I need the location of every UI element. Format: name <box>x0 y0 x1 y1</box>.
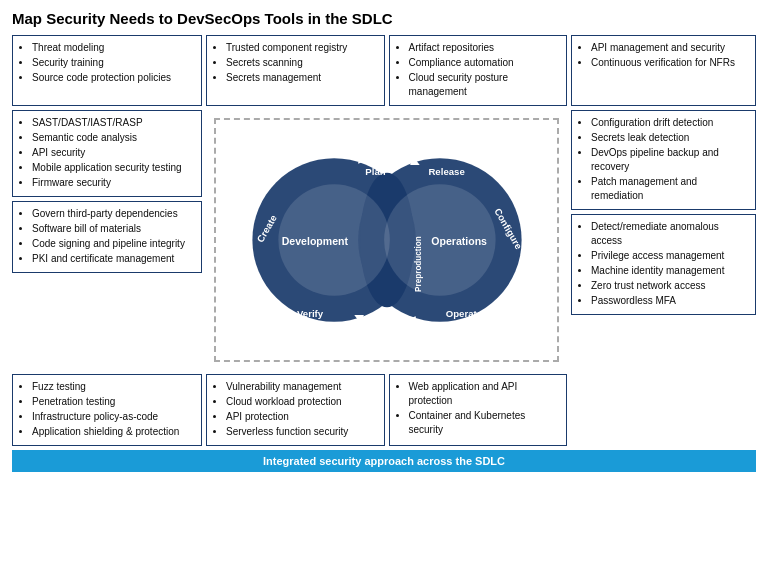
bottom-center-right-list: Web application and API protection Conta… <box>397 380 560 437</box>
list-item: Serverless function security <box>226 425 377 439</box>
list-item: Software bill of materials <box>32 222 194 236</box>
list-item: Govern third-party dependencies <box>32 207 194 221</box>
list-item: Web application and API protection <box>409 380 560 408</box>
list-item: Artifact repositories <box>409 41 560 55</box>
list-item: Cloud security posture management <box>409 71 560 99</box>
list-item: Mobile application security testing <box>32 161 194 175</box>
list-item: Cloud workload protection <box>226 395 377 409</box>
footer-bar: Integrated security approach across the … <box>12 450 756 472</box>
list-item: Trusted component registry <box>226 41 377 55</box>
list-item: Code signing and pipeline integrity <box>32 237 194 251</box>
top-left-list: Threat modeling Security training Source… <box>20 41 194 85</box>
list-item: Infrastructure policy-as-code <box>32 410 194 424</box>
infinity-diagram: Development Operations Preproduction Pla… <box>232 115 542 365</box>
list-item: Configuration drift detection <box>591 116 748 130</box>
list-item: Penetration testing <box>32 395 194 409</box>
bottom-left-list: Fuzz testing Penetration testing Infrast… <box>20 380 194 439</box>
svg-text:Preproduction: Preproduction <box>413 236 422 292</box>
top-center-left-box: Trusted component registry Secrets scann… <box>206 35 385 106</box>
bottom-left-box: Fuzz testing Penetration testing Infrast… <box>12 374 202 446</box>
middle-right: Configuration drift detection Secrets le… <box>571 110 756 370</box>
list-item: Patch management and remediation <box>591 175 748 203</box>
svg-text:Development: Development <box>281 235 348 247</box>
list-item: Compliance automation <box>409 56 560 70</box>
list-item: API protection <box>226 410 377 424</box>
list-item: Secrets management <box>226 71 377 85</box>
grid-layout: Threat modeling Security training Source… <box>12 35 756 446</box>
mid-right-bottom-list: Detect/remediate anomalous access Privil… <box>579 220 748 308</box>
top-right-list: API management and security Continuous v… <box>579 41 748 70</box>
svg-text:Operate: Operate <box>445 308 482 319</box>
list-item: Container and Kubernetes security <box>409 409 560 437</box>
bottom-center-left-box: Vulnerability management Cloud workload … <box>206 374 385 446</box>
list-item: Secrets leak detection <box>591 131 748 145</box>
mid-left-top-list: SAST/DAST/IAST/RASP Semantic code analys… <box>20 116 194 190</box>
footer-text: Integrated security approach across the … <box>263 455 505 467</box>
main-container: Map Security Needs to DevSecOps Tools in… <box>0 0 768 480</box>
list-item: Secrets scanning <box>226 56 377 70</box>
bottom-center: Vulnerability management Cloud workload … <box>206 374 567 446</box>
svg-text:Verify: Verify <box>296 308 323 319</box>
list-item: Source code protection policies <box>32 71 194 85</box>
svg-text:Plan: Plan <box>365 166 385 177</box>
list-item: Security training <box>32 56 194 70</box>
list-item: Vulnerability management <box>226 380 377 394</box>
middle-left: SAST/DAST/IAST/RASP Semantic code analys… <box>12 110 202 370</box>
bottom-center-left-list: Vulnerability management Cloud workload … <box>214 380 377 439</box>
list-item: Privilege access management <box>591 249 748 263</box>
list-item: Threat modeling <box>32 41 194 55</box>
list-item: PKI and certificate management <box>32 252 194 266</box>
mid-right-bottom-box: Detect/remediate anomalous access Privil… <box>571 214 756 315</box>
list-item: Firmware security <box>32 176 194 190</box>
list-item: SAST/DAST/IAST/RASP <box>32 116 194 130</box>
list-item: Passwordless MFA <box>591 294 748 308</box>
list-item: Semantic code analysis <box>32 131 194 145</box>
list-item: DevOps pipeline backup and recovery <box>591 146 748 174</box>
mid-right-top-list: Configuration drift detection Secrets le… <box>579 116 748 203</box>
list-item: Fuzz testing <box>32 380 194 394</box>
top-center-right-list: Artifact repositories Compliance automat… <box>397 41 560 99</box>
list-item: Machine identity management <box>591 264 748 278</box>
top-center-right-box: Artifact repositories Compliance automat… <box>389 35 568 106</box>
bottom-right-spacer <box>571 374 756 446</box>
page-title: Map Security Needs to DevSecOps Tools in… <box>12 10 756 27</box>
list-item: Application shielding & protection <box>32 425 194 439</box>
diagram-area: Development Operations Preproduction Pla… <box>206 110 567 370</box>
bottom-center-right-box: Web application and API protection Conta… <box>389 374 568 446</box>
mid-right-top-box: Configuration drift detection Secrets le… <box>571 110 756 210</box>
top-center-left-list: Trusted component registry Secrets scann… <box>214 41 377 85</box>
list-item: API security <box>32 146 194 160</box>
list-item: Continuous verification for NFRs <box>591 56 748 70</box>
top-right-box: API management and security Continuous v… <box>571 35 756 106</box>
list-item: Zero trust network access <box>591 279 748 293</box>
mid-left-bottom-list: Govern third-party dependencies Software… <box>20 207 194 266</box>
svg-text:Release: Release <box>428 166 465 177</box>
top-center: Trusted component registry Secrets scann… <box>206 35 567 106</box>
list-item: Detect/remediate anomalous access <box>591 220 748 248</box>
mid-left-top-box: SAST/DAST/IAST/RASP Semantic code analys… <box>12 110 202 197</box>
svg-text:Operations: Operations <box>431 235 487 247</box>
mid-left-bottom-box: Govern third-party dependencies Software… <box>12 201 202 273</box>
list-item: API management and security <box>591 41 748 55</box>
top-left-box: Threat modeling Security training Source… <box>12 35 202 106</box>
